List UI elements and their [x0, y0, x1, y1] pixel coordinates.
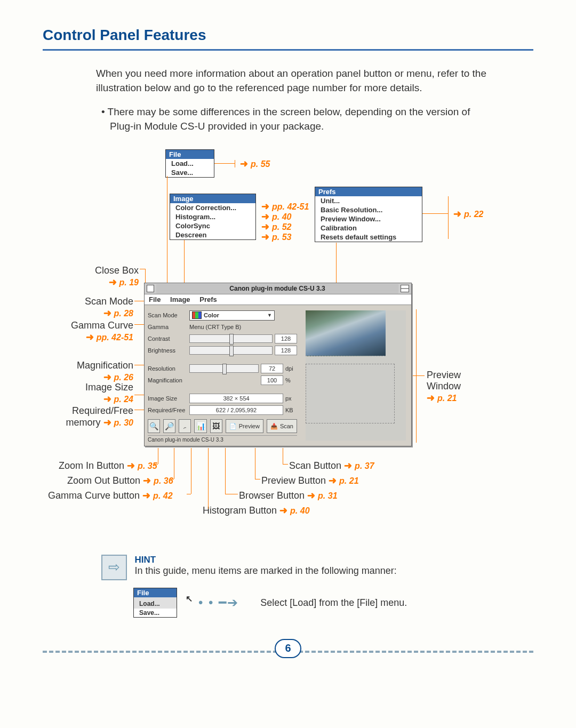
zoom-in-label: Zoom In Button [59, 460, 124, 471]
row-reqfree-label: Required/Free [148, 407, 189, 413]
browser-btn-label: Browser Button [239, 490, 305, 501]
reqfree-label2: memory [66, 417, 100, 428]
flow-arrow-icon: • • ━➔ [198, 595, 239, 610]
zoom-in-button[interactable]: 🔍 [148, 419, 160, 433]
image-menu-desc: Descreen [170, 230, 255, 239]
scan-button[interactable]: 📥 Scan [267, 419, 297, 433]
histogram-icon: 📊 [196, 422, 205, 430]
brightness-slider[interactable] [189, 346, 273, 355]
cp-titlebar: Canon plug-in module CS-U 3.3 [145, 283, 411, 294]
zoom-out-button[interactable]: 🔎 [163, 419, 175, 433]
title-underline [43, 49, 533, 51]
menubar-prefs[interactable]: Prefs [199, 295, 217, 303]
preview-area[interactable] [306, 310, 406, 441]
control-panel-window: Canon plug-in module CS-U 3.3 File Image… [144, 283, 412, 446]
image-menu-hist: Histogram... [170, 212, 255, 221]
menubar-image[interactable]: Image [170, 295, 190, 303]
file-menu-box: File Load... Save... [165, 149, 214, 178]
contrast-value[interactable]: 128 [275, 334, 297, 343]
preview-btn-label: Preview Button [261, 475, 326, 486]
image-size-label: Image Size [85, 382, 133, 393]
prefs-menu-reset: Resets default settings [315, 233, 422, 242]
gamma-btn-label: Gamma Curve button [48, 490, 140, 501]
browser-button[interactable]: 🖼 [210, 419, 222, 433]
close-box[interactable] [147, 285, 154, 292]
scan-btn-ref: p. 37 [355, 461, 374, 470]
hint-menu-save: Save... [134, 609, 177, 617]
row-scan-mode-label: Scan Mode [148, 312, 189, 318]
file-menu-ref: p. 55 [251, 159, 270, 169]
row-resolution-label: Resolution [148, 365, 189, 372]
prefs-menu-basic: Basic Resolution... [315, 205, 422, 214]
row-magnification-label: Magnification [148, 377, 189, 383]
zoom-out-label: Zoom Out Button [67, 475, 140, 486]
resolution-unit: dpi [285, 365, 297, 372]
image-menu-title: Image [170, 194, 255, 203]
prefs-menu-title: Prefs [315, 187, 422, 196]
preview-button[interactable]: 📄 Preview [226, 419, 263, 433]
curve-icon: ⦧ [183, 422, 187, 430]
image-ref-cc: pp. 42-51 [272, 202, 309, 211]
hint-icon: ⇨ [101, 555, 127, 580]
selection-marquee[interactable] [306, 364, 395, 423]
cursor-icon: ↖ [186, 594, 193, 604]
reqfree-label: Required/Free [72, 405, 133, 416]
row-imagesize-label: Image Size [148, 395, 189, 402]
image-ref-desc: p. 53 [272, 233, 291, 242]
intro-text: When you need more information about an … [96, 67, 491, 95]
menubar-file[interactable]: File [149, 295, 161, 303]
hint-menu-title: File [134, 588, 177, 597]
gamma-curve-label: Gamma Curve [71, 320, 133, 331]
hint-demo: File Load...↖ Save... • • ━➔ Select [Loa… [133, 588, 533, 618]
collapse-box[interactable] [401, 285, 409, 292]
scan-btn-label: Scan Button [289, 460, 341, 471]
image-menu-box: Image Color Correction... Histogram... C… [170, 194, 256, 240]
reqfree-unit: KB [285, 407, 297, 413]
preview-icon: 📄 [229, 423, 237, 430]
contrast-slider[interactable] [189, 334, 273, 343]
magnification-unit: % [285, 377, 297, 383]
zoom-in-ref: p. 35 [138, 461, 157, 470]
image-menu-cc: Color Correction... [170, 203, 255, 212]
prefs-menu-preview: Preview Window... [315, 214, 422, 223]
scan-mode-dropdown[interactable]: Color [189, 310, 275, 321]
histogram-button[interactable]: 📊 [194, 419, 206, 433]
browser-btn-ref: p. 31 [318, 491, 337, 500]
hint-mini-menu: File Load...↖ Save... [133, 588, 177, 618]
hint-section: ⇨ HINT In this guide, menu items are mar… [101, 555, 491, 580]
file-menu-load: Load... [166, 159, 214, 168]
preview-window-label2: Window [427, 381, 461, 391]
diagram: File Load... Save... ➜ p. 55 Image Color… [43, 149, 533, 528]
reqfree-value: 622 / 2,095,992 [189, 405, 283, 415]
scan-mode-value: Color [204, 312, 219, 318]
magnification-label: Magnification [77, 360, 133, 371]
page-number: 6 [275, 639, 301, 658]
resolution-slider[interactable] [189, 364, 259, 373]
brightness-value[interactable]: 128 [275, 346, 297, 355]
prefs-menu-calib: Calibration [315, 223, 422, 233]
prefs-ref: p. 22 [464, 210, 483, 219]
reqfree-ref: p. 30 [114, 418, 133, 427]
resolution-value[interactable]: 72 [261, 364, 283, 373]
hist-btn-ref: p. 40 [290, 506, 309, 515]
status-bar: Canon plug-in module CS-U 3.3 [148, 435, 297, 443]
row-brightness-label: Brightness [148, 347, 189, 354]
prefs-menu-unit: Unit... [315, 196, 422, 205]
image-ref-hist: p. 40 [272, 212, 291, 221]
preview-image [306, 310, 386, 356]
image-size-ref: p. 24 [114, 395, 133, 404]
gamma-btn-ref: p. 42 [153, 491, 172, 500]
hist-btn-label: Histogram Button [203, 505, 277, 516]
magnification-value[interactable]: 100 [261, 375, 283, 385]
image-menu-cs: ColorSync [170, 221, 255, 230]
image-ref-cs: p. 52 [272, 222, 291, 231]
hint-title: HINT [134, 555, 396, 565]
color-swatch-icon [192, 311, 202, 319]
prefs-menu-box: Prefs Unit... Basic Resolution... Previe… [315, 187, 422, 242]
row-contrast-label: Contrast [148, 335, 189, 342]
zoom-out-ref: p. 36 [154, 476, 173, 485]
file-menu-save: Save... [166, 168, 214, 177]
browser-icon: 🖼 [212, 422, 220, 430]
gamma-curve-button[interactable]: ⦧ [179, 419, 191, 433]
magnification-ref: p. 26 [114, 373, 133, 382]
